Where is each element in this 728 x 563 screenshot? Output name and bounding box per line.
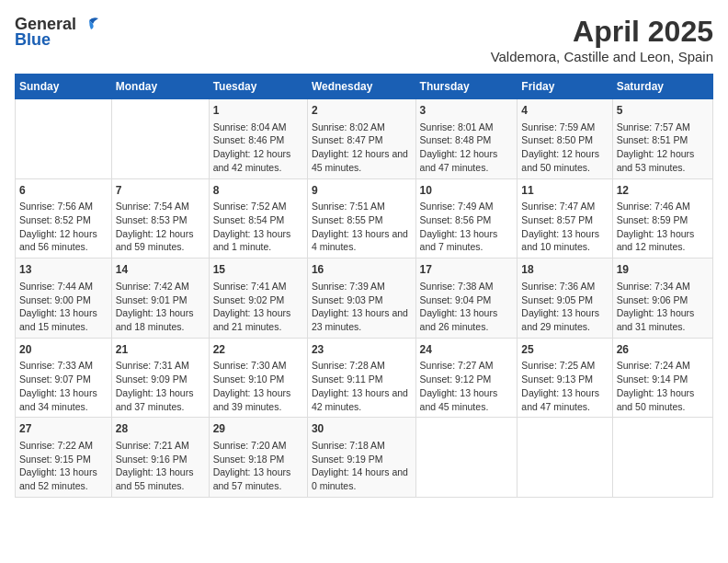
calendar-cell xyxy=(612,418,712,498)
calendar-cell: 7Sunrise: 7:54 AMSunset: 8:53 PMDaylight… xyxy=(111,178,209,259)
col-wednesday: Wednesday xyxy=(307,75,415,99)
col-saturday: Saturday xyxy=(612,75,712,99)
calendar-cell: 11Sunrise: 7:47 AMSunset: 8:57 PMDayligh… xyxy=(518,178,612,259)
day-number: 8 xyxy=(213,183,303,199)
day-number: 14 xyxy=(116,262,205,278)
calendar-cell xyxy=(518,418,612,498)
day-info: Sunrise: 7:30 AMSunset: 9:10 PMDaylight:… xyxy=(213,359,303,413)
day-info: Sunrise: 7:28 AMSunset: 9:11 PMDaylight:… xyxy=(312,359,412,413)
day-number: 24 xyxy=(420,342,514,358)
day-info: Sunrise: 7:52 AMSunset: 8:54 PMDaylight:… xyxy=(213,200,303,254)
calendar-week-3: 13Sunrise: 7:44 AMSunset: 9:00 PMDayligh… xyxy=(16,259,713,339)
day-info: Sunrise: 7:22 AMSunset: 9:15 PMDaylight:… xyxy=(19,439,108,493)
calendar-body: 1Sunrise: 8:04 AMSunset: 8:46 PMDaylight… xyxy=(16,99,713,498)
day-number: 15 xyxy=(213,262,303,278)
day-info: Sunrise: 7:21 AMSunset: 9:16 PMDaylight:… xyxy=(116,439,205,493)
col-tuesday: Tuesday xyxy=(209,75,307,99)
day-info: Sunrise: 7:44 AMSunset: 9:00 PMDaylight:… xyxy=(19,280,108,334)
day-number: 12 xyxy=(617,183,709,199)
logo-blue-text: Blue xyxy=(15,30,51,50)
day-info: Sunrise: 7:57 AMSunset: 8:51 PMDaylight:… xyxy=(617,121,709,175)
calendar-cell: 22Sunrise: 7:30 AMSunset: 9:10 PMDayligh… xyxy=(209,338,307,418)
calendar-cell: 13Sunrise: 7:44 AMSunset: 9:00 PMDayligh… xyxy=(16,259,112,339)
day-number: 22 xyxy=(213,342,303,358)
day-number: 11 xyxy=(521,183,608,199)
day-number: 4 xyxy=(521,103,608,119)
day-info: Sunrise: 7:31 AMSunset: 9:09 PMDaylight:… xyxy=(116,359,205,413)
calendar-cell: 6Sunrise: 7:56 AMSunset: 8:52 PMDaylight… xyxy=(16,178,112,259)
calendar-cell: 15Sunrise: 7:41 AMSunset: 9:02 PMDayligh… xyxy=(209,259,307,339)
day-number: 1 xyxy=(213,103,303,119)
logo: General Blue xyxy=(15,15,100,50)
day-number: 23 xyxy=(312,342,412,358)
day-info: Sunrise: 7:41 AMSunset: 9:02 PMDaylight:… xyxy=(213,280,303,334)
day-number: 3 xyxy=(420,103,514,119)
day-number: 28 xyxy=(116,421,205,437)
day-number: 25 xyxy=(521,342,608,358)
calendar-cell xyxy=(16,99,112,179)
day-number: 27 xyxy=(19,421,108,437)
calendar-cell: 29Sunrise: 7:20 AMSunset: 9:18 PMDayligh… xyxy=(209,418,307,498)
day-number: 6 xyxy=(19,183,108,199)
calendar-cell xyxy=(415,418,518,498)
calendar-cell: 17Sunrise: 7:38 AMSunset: 9:04 PMDayligh… xyxy=(415,259,518,339)
day-info: Sunrise: 7:34 AMSunset: 9:06 PMDaylight:… xyxy=(617,280,709,334)
calendar-cell: 18Sunrise: 7:36 AMSunset: 9:05 PMDayligh… xyxy=(518,259,612,339)
header-row: Sunday Monday Tuesday Wednesday Thursday… xyxy=(16,75,713,99)
day-info: Sunrise: 7:38 AMSunset: 9:04 PMDaylight:… xyxy=(420,280,514,334)
calendar-cell: 1Sunrise: 8:04 AMSunset: 8:46 PMDaylight… xyxy=(209,99,307,179)
calendar-cell: 19Sunrise: 7:34 AMSunset: 9:06 PMDayligh… xyxy=(612,259,712,339)
calendar-cell: 4Sunrise: 7:59 AMSunset: 8:50 PMDaylight… xyxy=(518,99,612,179)
day-number: 18 xyxy=(521,262,608,278)
day-number: 29 xyxy=(213,421,303,437)
day-number: 9 xyxy=(312,183,412,199)
day-number: 26 xyxy=(617,342,709,358)
calendar-cell: 28Sunrise: 7:21 AMSunset: 9:16 PMDayligh… xyxy=(111,418,209,498)
day-info: Sunrise: 7:47 AMSunset: 8:57 PMDaylight:… xyxy=(521,200,608,254)
calendar-cell: 24Sunrise: 7:27 AMSunset: 9:12 PMDayligh… xyxy=(415,338,518,418)
title-area: April 2025 Valdemora, Castille and Leon,… xyxy=(491,15,713,64)
day-info: Sunrise: 7:33 AMSunset: 9:07 PMDaylight:… xyxy=(19,359,108,413)
calendar-cell xyxy=(111,99,209,179)
day-number: 2 xyxy=(312,103,412,119)
calendar-cell: 3Sunrise: 8:01 AMSunset: 8:48 PMDaylight… xyxy=(415,99,518,179)
calendar-cell: 25Sunrise: 7:25 AMSunset: 9:13 PMDayligh… xyxy=(518,338,612,418)
day-info: Sunrise: 7:25 AMSunset: 9:13 PMDaylight:… xyxy=(521,359,608,413)
calendar-cell: 16Sunrise: 7:39 AMSunset: 9:03 PMDayligh… xyxy=(307,259,415,339)
calendar-header: Sunday Monday Tuesday Wednesday Thursday… xyxy=(16,75,713,99)
day-info: Sunrise: 7:36 AMSunset: 9:05 PMDaylight:… xyxy=(521,280,608,334)
calendar-cell: 9Sunrise: 7:51 AMSunset: 8:55 PMDaylight… xyxy=(307,178,415,259)
calendar-week-2: 6Sunrise: 7:56 AMSunset: 8:52 PMDaylight… xyxy=(16,178,713,259)
calendar-week-5: 27Sunrise: 7:22 AMSunset: 9:15 PMDayligh… xyxy=(16,418,713,498)
calendar-cell: 26Sunrise: 7:24 AMSunset: 9:14 PMDayligh… xyxy=(612,338,712,418)
day-info: Sunrise: 7:49 AMSunset: 8:56 PMDaylight:… xyxy=(420,200,514,254)
calendar-cell: 21Sunrise: 7:31 AMSunset: 9:09 PMDayligh… xyxy=(111,338,209,418)
col-sunday: Sunday xyxy=(16,75,112,99)
day-info: Sunrise: 7:18 AMSunset: 9:19 PMDaylight:… xyxy=(312,439,412,493)
day-info: Sunrise: 7:54 AMSunset: 8:53 PMDaylight:… xyxy=(116,200,205,254)
day-number: 30 xyxy=(312,421,412,437)
calendar-cell: 10Sunrise: 7:49 AMSunset: 8:56 PMDayligh… xyxy=(415,178,518,259)
day-info: Sunrise: 7:24 AMSunset: 9:14 PMDaylight:… xyxy=(617,359,709,413)
calendar-week-1: 1Sunrise: 8:04 AMSunset: 8:46 PMDaylight… xyxy=(16,99,713,179)
day-info: Sunrise: 7:27 AMSunset: 9:12 PMDaylight:… xyxy=(420,359,514,413)
calendar-cell: 30Sunrise: 7:18 AMSunset: 9:19 PMDayligh… xyxy=(307,418,415,498)
calendar-cell: 23Sunrise: 7:28 AMSunset: 9:11 PMDayligh… xyxy=(307,338,415,418)
calendar-cell: 2Sunrise: 8:02 AMSunset: 8:47 PMDaylight… xyxy=(307,99,415,179)
calendar-cell: 5Sunrise: 7:57 AMSunset: 8:51 PMDaylight… xyxy=(612,99,712,179)
day-number: 16 xyxy=(312,262,412,278)
calendar-cell: 8Sunrise: 7:52 AMSunset: 8:54 PMDaylight… xyxy=(209,178,307,259)
calendar-table: Sunday Monday Tuesday Wednesday Thursday… xyxy=(15,74,713,498)
calendar-cell: 20Sunrise: 7:33 AMSunset: 9:07 PMDayligh… xyxy=(16,338,112,418)
day-number: 19 xyxy=(617,262,709,278)
calendar-cell: 12Sunrise: 7:46 AMSunset: 8:59 PMDayligh… xyxy=(612,178,712,259)
col-monday: Monday xyxy=(111,75,209,99)
day-number: 13 xyxy=(19,262,108,278)
day-info: Sunrise: 7:56 AMSunset: 8:52 PMDaylight:… xyxy=(19,200,108,254)
calendar-cell: 14Sunrise: 7:42 AMSunset: 9:01 PMDayligh… xyxy=(111,259,209,339)
day-info: Sunrise: 8:02 AMSunset: 8:47 PMDaylight:… xyxy=(312,121,412,175)
day-number: 21 xyxy=(116,342,205,358)
day-info: Sunrise: 7:42 AMSunset: 9:01 PMDaylight:… xyxy=(116,280,205,334)
calendar-week-4: 20Sunrise: 7:33 AMSunset: 9:07 PMDayligh… xyxy=(16,338,713,418)
col-friday: Friday xyxy=(518,75,612,99)
